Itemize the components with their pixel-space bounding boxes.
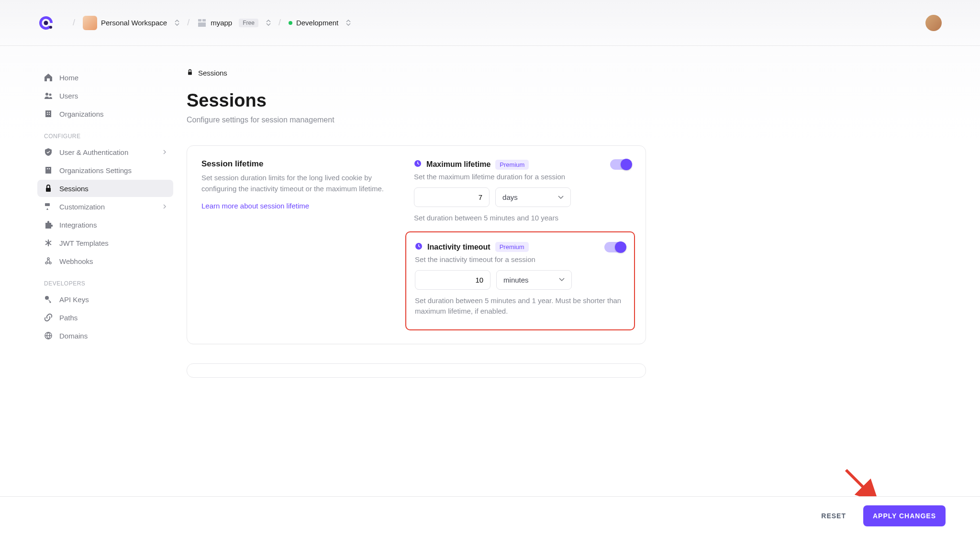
- sidebar-item-home[interactable]: Home: [37, 69, 173, 86]
- inactivity-unit-select[interactable]: minutes: [496, 270, 572, 290]
- link-icon: [44, 313, 53, 322]
- svg-rect-14: [49, 168, 50, 169]
- svg-rect-7: [45, 110, 51, 117]
- sidebar-item-api-keys[interactable]: API Keys: [37, 291, 173, 308]
- clock-icon: [414, 160, 422, 169]
- sidebar-item-paths[interactable]: Paths: [37, 309, 173, 326]
- brand-logo: [38, 15, 54, 31]
- app-name: myapp: [211, 19, 232, 27]
- sidebar-item-domains[interactable]: Domains: [37, 327, 173, 344]
- lock-icon: [44, 184, 53, 193]
- nav-section-configure: CONFIGURE: [33, 123, 177, 143]
- nav-label: Organizations: [59, 110, 104, 118]
- updown-chevron-icon: [175, 20, 179, 26]
- building-icon: [44, 109, 53, 118]
- nav-label: Sessions: [59, 185, 89, 193]
- breadcrumb-label: Sessions: [198, 69, 227, 77]
- setting-title: Maximum lifetime: [426, 160, 490, 169]
- app-selector[interactable]: myapp Free: [197, 18, 271, 28]
- user-avatar[interactable]: [925, 15, 942, 31]
- workspace-selector[interactable]: Personal Workspace: [83, 16, 179, 30]
- chevron-down-icon: [559, 278, 565, 282]
- page-subtitle: Configure settings for session managemen…: [187, 116, 646, 124]
- inactivity-timeout-setting: Inactivity timeout Premium Set the inact…: [415, 242, 625, 317]
- sidebar-item-webhooks[interactable]: Webhooks: [37, 252, 173, 270]
- svg-rect-10: [47, 114, 48, 115]
- chevron-down-icon: [558, 196, 564, 199]
- learn-more-link[interactable]: Learn more about session lifetime: [201, 202, 309, 210]
- svg-rect-12: [45, 167, 51, 174]
- svg-point-5: [45, 93, 48, 96]
- clock-icon: [415, 242, 423, 252]
- svg-rect-22: [188, 72, 192, 75]
- lock-icon: [187, 69, 193, 77]
- max-lifetime-unit-select[interactable]: days: [495, 187, 571, 207]
- sidebar-item-org-settings[interactable]: Organizations Settings: [37, 162, 173, 179]
- svg-rect-2: [198, 19, 201, 22]
- apply-changes-button[interactable]: APPLY CHANGES: [863, 505, 946, 526]
- nav-label: Users: [59, 92, 78, 100]
- asterisk-icon: [44, 239, 53, 247]
- svg-rect-3: [202, 19, 206, 22]
- card-title: Session lifetime: [201, 159, 395, 169]
- env-selector[interactable]: Development: [289, 19, 351, 27]
- footer-actions: RESET APPLY CHANGES: [0, 496, 980, 535]
- webhook-icon: [44, 257, 53, 265]
- svg-point-17: [45, 262, 47, 264]
- breadcrumb-sep: /: [278, 18, 281, 28]
- chevron-right-icon: [163, 203, 167, 211]
- workspace-avatar: [83, 16, 97, 30]
- users-icon: [44, 91, 53, 100]
- building-icon: [44, 166, 53, 175]
- svg-rect-8: [47, 112, 48, 113]
- paint-icon: [44, 202, 53, 211]
- sidebar-item-jwt[interactable]: JWT Templates: [37, 234, 173, 251]
- svg-point-19: [47, 258, 49, 260]
- svg-point-6: [49, 94, 52, 96]
- svg-rect-4: [198, 22, 206, 27]
- nav-label: Integrations: [59, 221, 97, 229]
- sidebar-item-organizations[interactable]: Organizations: [37, 105, 173, 122]
- setting-description: Set the maximum lifetime duration for a …: [414, 173, 631, 181]
- breadcrumb-sep: /: [73, 18, 75, 28]
- nav-section-developers: DEVELOPERS: [33, 271, 177, 291]
- sidebar-item-integrations[interactable]: Integrations: [37, 216, 173, 233]
- nav-label: User & Authentication: [59, 148, 128, 156]
- topbar: / Personal Workspace / myapp Free / Deve…: [0, 0, 980, 46]
- max-lifetime-toggle[interactable]: [610, 159, 631, 170]
- setting-title: Inactivity timeout: [427, 243, 490, 251]
- setting-description: Set the inactivity timeout for a session: [415, 255, 625, 263]
- nav-label: API Keys: [59, 295, 89, 304]
- home-icon: [44, 73, 53, 82]
- inactivity-toggle[interactable]: [604, 242, 625, 252]
- main-content: Sessions Sessions Configure settings for…: [177, 46, 665, 378]
- app-icon: [197, 18, 207, 28]
- nav-label: Domains: [59, 332, 88, 340]
- nav-label: JWT Templates: [59, 239, 109, 247]
- shield-icon: [44, 148, 53, 156]
- chevron-right-icon: [163, 148, 167, 156]
- session-lifetime-card: Session lifetime Set session duration li…: [187, 145, 646, 344]
- sidebar-item-users[interactable]: Users: [37, 87, 173, 104]
- inactivity-value-input[interactable]: [415, 270, 490, 290]
- premium-badge: Premium: [495, 242, 529, 252]
- svg-rect-15: [46, 188, 51, 192]
- env-name: Development: [296, 19, 338, 27]
- sidebar-item-customization[interactable]: Customization: [37, 198, 173, 215]
- nav-label: Paths: [59, 314, 78, 322]
- svg-rect-9: [49, 112, 50, 113]
- nav-label: Organizations Settings: [59, 166, 132, 175]
- sidebar-item-sessions[interactable]: Sessions: [37, 180, 173, 197]
- nav-label: Home: [59, 74, 78, 82]
- key-icon: [44, 295, 53, 304]
- max-lifetime-value-input[interactable]: [414, 187, 490, 207]
- breadcrumb-sep: /: [187, 18, 189, 28]
- svg-rect-11: [49, 114, 50, 115]
- select-value: minutes: [503, 276, 529, 284]
- svg-point-18: [49, 262, 51, 264]
- reset-button[interactable]: RESET: [815, 508, 852, 524]
- nav-label: Customization: [59, 203, 105, 211]
- nav-label: Webhooks: [59, 257, 93, 265]
- setting-hint: Set duration between 5 minutes and 1 yea…: [415, 295, 625, 317]
- sidebar-item-user-auth[interactable]: User & Authentication: [37, 143, 173, 161]
